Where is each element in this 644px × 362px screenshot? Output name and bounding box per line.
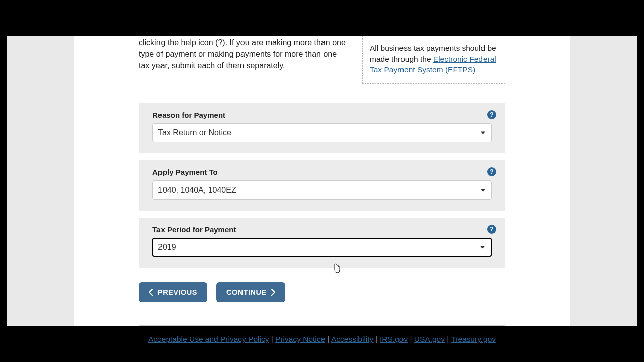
help-icon[interactable]: ? [487,167,496,176]
footer-sep: | [325,335,331,343]
footer-link-usa[interactable]: USA.gov [414,335,445,343]
help-icon[interactable]: ? [487,225,496,234]
footer-link-acceptable[interactable]: Acceptable Use and Privacy Policy [148,335,269,343]
reason-label: Reason for Payment [152,111,492,119]
period-select[interactable]: 2019 [152,238,492,257]
chevron-left-icon [149,289,153,296]
previous-button[interactable]: PREVIOUS [139,282,207,302]
footer-links: Acceptable Use and Privacy Policy | Priv… [139,325,505,344]
viewport: clicking the help icon (?). If you are m… [7,36,637,326]
apply-select[interactable]: 1040, 1040A, 1040EZ [152,180,492,200]
previous-button-label: PREVIOUS [157,288,197,296]
continue-button[interactable]: CONTINUE [216,282,285,302]
period-label: Tax Period for Payment [152,225,492,234]
footer-sep: | [373,335,380,343]
period-select-value: 2019 [158,243,176,252]
apply-select-value: 1040, 1040A, 1040EZ [158,186,236,195]
apply-payment-to-group: Apply Payment To ? 1040, 1040A, 1040EZ [139,160,505,211]
reason-select[interactable]: Tax Return or Notice [152,123,492,142]
footer-sep: | [445,335,451,343]
footer-link-treasury[interactable]: Treasury.gov [451,335,496,343]
reason-select-value: Tax Return or Notice [158,128,231,137]
page-card: clicking the help icon (?). If you are m… [74,36,570,326]
chevron-down-icon [481,132,485,134]
footer-sep: | [408,335,414,343]
reason-for-payment-group: Reason for Payment ? Tax Return or Notic… [139,103,505,153]
chevron-down-icon [480,246,485,249]
tax-period-group: Tax Period for Payment ? 2019 [139,218,505,268]
intro-text: clicking the help icon (?). If you are m… [139,36,347,72]
apply-label: Apply Payment To [152,168,492,176]
chevron-down-icon [481,189,485,192]
intro-block: clicking the help icon (?). If you are m… [139,36,505,84]
footer-link-privacy[interactable]: Privacy Notice [275,335,325,343]
footer-link-irs[interactable]: IRS.gov [380,335,408,343]
button-row: PREVIOUS CONTINUE [139,282,505,302]
chevron-right-icon [271,289,275,296]
help-icon[interactable]: ? [487,110,496,119]
payment-form: Reason for Payment ? Tax Return or Notic… [139,103,505,268]
footer-sep: | [269,335,275,343]
continue-button-label: CONTINUE [226,288,267,296]
footer-link-accessibility[interactable]: Accessibility [331,335,373,343]
business-payments-callout: All business tax payments should be made… [362,36,505,84]
